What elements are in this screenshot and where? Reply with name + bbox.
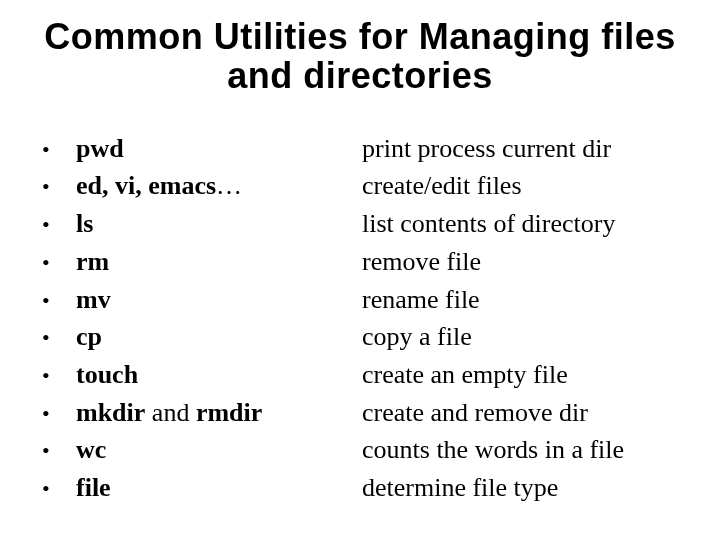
bullet-icon: • [42, 171, 76, 203]
description-text: rename file [362, 281, 690, 319]
bullet-icon: • [42, 322, 76, 354]
content-area: • pwd • ed, vi, emacs… • ls • rm • mv • … [30, 130, 690, 507]
list-item: • touch [42, 356, 362, 394]
bullet-icon: • [42, 435, 76, 467]
description-text: create an empty file [362, 356, 690, 394]
command-text: file [76, 469, 111, 507]
command-text: mv [76, 281, 111, 319]
list-item: • ed, vi, emacs… [42, 167, 362, 205]
command-text: wc [76, 431, 106, 469]
bullet-icon: • [42, 473, 76, 505]
description-text: create/edit files [362, 167, 690, 205]
command-column: • pwd • ed, vi, emacs… • ls • rm • mv • … [42, 130, 362, 507]
list-item: • ls [42, 205, 362, 243]
list-item: • wc [42, 431, 362, 469]
list-item: • rm [42, 243, 362, 281]
list-item: • mkdir and rmdir [42, 394, 362, 432]
list-item: • mv [42, 281, 362, 319]
slide: Common Utilities for Managing files and … [0, 0, 720, 540]
command-text: cp [76, 318, 102, 356]
slide-title: Common Utilities for Managing files and … [30, 18, 690, 96]
command-text: ls [76, 205, 93, 243]
description-text: counts the words in a file [362, 431, 690, 469]
command-text: pwd [76, 130, 124, 168]
description-text: copy a file [362, 318, 690, 356]
description-text: list contents of directory [362, 205, 690, 243]
list-item: • pwd [42, 130, 362, 168]
description-column: print process current dir create/edit fi… [362, 130, 690, 507]
command-text: touch [76, 356, 138, 394]
list-item: • cp [42, 318, 362, 356]
bullet-icon: • [42, 247, 76, 279]
description-text: remove file [362, 243, 690, 281]
description-text: print process current dir [362, 130, 690, 168]
bullet-icon: • [42, 134, 76, 166]
bullet-icon: • [42, 360, 76, 392]
list-item: • file [42, 469, 362, 507]
command-text: rm [76, 243, 109, 281]
command-text: ed, vi, emacs… [76, 167, 242, 205]
bullet-icon: • [42, 285, 76, 317]
bullet-icon: • [42, 209, 76, 241]
bullet-icon: • [42, 398, 76, 430]
description-text: determine file type [362, 469, 690, 507]
command-text: mkdir and rmdir [76, 394, 262, 432]
description-text: create and remove dir [362, 394, 690, 432]
